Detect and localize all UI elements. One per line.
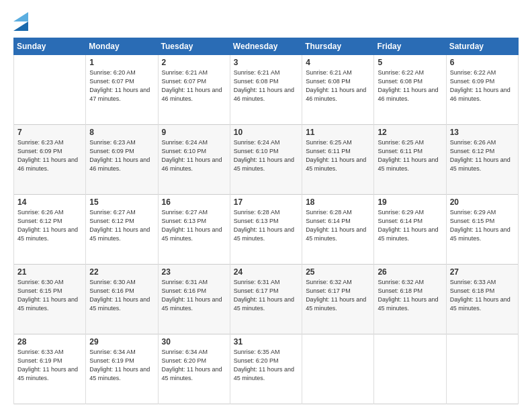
cell-info: Sunrise: 6:21 AM Sunset: 6:07 PM Dayligh…: [162, 68, 226, 103]
day-cell: 31Sunrise: 6:35 AM Sunset: 6:20 PM Dayli…: [230, 334, 302, 404]
cell-info: Sunrise: 6:21 AM Sunset: 6:08 PM Dayligh…: [234, 68, 298, 103]
day-number: 11: [306, 128, 370, 137]
day-number: 25: [306, 267, 370, 277]
header: [13, 12, 519, 31]
day-cell: 1Sunrise: 6:20 AM Sunset: 6:07 PM Daylig…: [86, 55, 158, 125]
day-number: 24: [234, 267, 298, 277]
day-number: 28: [17, 337, 82, 347]
day-cell: 25Sunrise: 6:32 AM Sunset: 6:17 PM Dayli…: [302, 265, 374, 334]
day-number: 23: [162, 267, 226, 277]
day-cell: 4Sunrise: 6:21 AM Sunset: 6:08 PM Daylig…: [302, 55, 374, 125]
day-cell: 30Sunrise: 6:34 AM Sunset: 6:20 PM Dayli…: [158, 334, 230, 404]
cell-info: Sunrise: 6:30 AM Sunset: 6:15 PM Dayligh…: [17, 278, 82, 313]
day-cell: [14, 55, 86, 125]
week-row-1: 1Sunrise: 6:20 AM Sunset: 6:07 PM Daylig…: [14, 55, 519, 125]
weekday-thursday: Thursday: [302, 38, 374, 55]
calendar-page: SundayMondayTuesdayWednesdayThursdayFrid…: [0, 0, 532, 411]
day-cell: 24Sunrise: 6:31 AM Sunset: 6:17 PM Dayli…: [230, 265, 302, 334]
day-cell: 29Sunrise: 6:34 AM Sunset: 6:19 PM Dayli…: [86, 334, 158, 404]
day-cell: 3Sunrise: 6:21 AM Sunset: 6:08 PM Daylig…: [230, 55, 302, 125]
weekday-saturday: Saturday: [446, 38, 518, 55]
day-cell: 14Sunrise: 6:26 AM Sunset: 6:12 PM Dayli…: [14, 195, 86, 265]
cell-info: Sunrise: 6:27 AM Sunset: 6:13 PM Dayligh…: [162, 208, 226, 243]
cell-info: Sunrise: 6:32 AM Sunset: 6:18 PM Dayligh…: [378, 278, 442, 313]
day-number: 4: [306, 58, 370, 67]
svg-marker-0: [13, 21, 28, 31]
cell-info: Sunrise: 6:27 AM Sunset: 6:12 PM Dayligh…: [89, 208, 154, 243]
week-row-4: 21Sunrise: 6:30 AM Sunset: 6:15 PM Dayli…: [14, 265, 519, 334]
day-number: 6: [450, 58, 515, 67]
day-number: 12: [378, 128, 442, 137]
day-cell: 8Sunrise: 6:23 AM Sunset: 6:09 PM Daylig…: [86, 125, 158, 195]
logo: [13, 12, 31, 31]
cell-info: Sunrise: 6:26 AM Sunset: 6:12 PM Dayligh…: [450, 138, 515, 173]
day-cell: 11Sunrise: 6:25 AM Sunset: 6:11 PM Dayli…: [302, 125, 374, 195]
cell-info: Sunrise: 6:24 AM Sunset: 6:10 PM Dayligh…: [162, 138, 226, 173]
weekday-monday: Monday: [86, 38, 158, 55]
day-cell: 28Sunrise: 6:33 AM Sunset: 6:19 PM Dayli…: [14, 334, 86, 404]
cell-info: Sunrise: 6:31 AM Sunset: 6:16 PM Dayligh…: [162, 278, 226, 313]
day-number: 31: [234, 337, 298, 347]
cell-info: Sunrise: 6:29 AM Sunset: 6:15 PM Dayligh…: [450, 208, 515, 243]
cell-info: Sunrise: 6:31 AM Sunset: 6:17 PM Dayligh…: [234, 278, 298, 313]
cell-info: Sunrise: 6:35 AM Sunset: 6:20 PM Dayligh…: [234, 348, 298, 383]
week-row-5: 28Sunrise: 6:33 AM Sunset: 6:19 PM Dayli…: [14, 334, 519, 404]
day-number: 21: [17, 267, 82, 277]
day-number: 9: [162, 128, 226, 137]
svg-marker-1: [13, 12, 28, 21]
cell-info: Sunrise: 6:25 AM Sunset: 6:11 PM Dayligh…: [378, 138, 442, 173]
day-cell: 12Sunrise: 6:25 AM Sunset: 6:11 PM Dayli…: [374, 125, 446, 195]
cell-info: Sunrise: 6:28 AM Sunset: 6:13 PM Dayligh…: [234, 208, 298, 243]
day-number: 2: [162, 58, 226, 67]
day-cell: 26Sunrise: 6:32 AM Sunset: 6:18 PM Dayli…: [374, 265, 446, 334]
day-number: 17: [234, 197, 298, 207]
day-number: 19: [378, 197, 442, 207]
day-cell: [374, 334, 446, 404]
day-cell: 23Sunrise: 6:31 AM Sunset: 6:16 PM Dayli…: [158, 265, 230, 334]
weekday-wednesday: Wednesday: [230, 38, 302, 55]
cell-info: Sunrise: 6:28 AM Sunset: 6:14 PM Dayligh…: [306, 208, 370, 243]
cell-info: Sunrise: 6:23 AM Sunset: 6:09 PM Dayligh…: [89, 138, 154, 173]
cell-info: Sunrise: 6:25 AM Sunset: 6:11 PM Dayligh…: [306, 138, 370, 173]
cell-info: Sunrise: 6:24 AM Sunset: 6:10 PM Dayligh…: [234, 138, 298, 173]
cell-info: Sunrise: 6:30 AM Sunset: 6:16 PM Dayligh…: [89, 278, 154, 313]
day-number: 16: [162, 197, 226, 207]
cell-info: Sunrise: 6:33 AM Sunset: 6:18 PM Dayligh…: [450, 278, 515, 313]
weekday-sunday: Sunday: [14, 38, 86, 55]
day-cell: [302, 334, 374, 404]
week-row-2: 7Sunrise: 6:23 AM Sunset: 6:09 PM Daylig…: [14, 125, 519, 195]
day-cell: 7Sunrise: 6:23 AM Sunset: 6:09 PM Daylig…: [14, 125, 86, 195]
day-number: 7: [17, 128, 82, 137]
weekday-header-row: SundayMondayTuesdayWednesdayThursdayFrid…: [14, 38, 519, 55]
calendar-table: SundayMondayTuesdayWednesdayThursdayFrid…: [13, 38, 519, 404]
day-number: 13: [450, 128, 515, 137]
cell-info: Sunrise: 6:32 AM Sunset: 6:17 PM Dayligh…: [306, 278, 370, 313]
day-cell: 17Sunrise: 6:28 AM Sunset: 6:13 PM Dayli…: [230, 195, 302, 265]
cell-info: Sunrise: 6:34 AM Sunset: 6:19 PM Dayligh…: [89, 348, 154, 383]
day-cell: 6Sunrise: 6:22 AM Sunset: 6:09 PM Daylig…: [446, 55, 518, 125]
day-cell: 10Sunrise: 6:24 AM Sunset: 6:10 PM Dayli…: [230, 125, 302, 195]
day-number: 8: [89, 128, 154, 137]
cell-info: Sunrise: 6:22 AM Sunset: 6:09 PM Dayligh…: [450, 68, 515, 103]
cell-info: Sunrise: 6:20 AM Sunset: 6:07 PM Dayligh…: [89, 68, 154, 103]
day-number: 14: [17, 197, 82, 207]
day-number: 20: [450, 197, 515, 207]
day-cell: 15Sunrise: 6:27 AM Sunset: 6:12 PM Dayli…: [86, 195, 158, 265]
cell-info: Sunrise: 6:34 AM Sunset: 6:20 PM Dayligh…: [162, 348, 226, 383]
day-cell: 20Sunrise: 6:29 AM Sunset: 6:15 PM Dayli…: [446, 195, 518, 265]
cell-info: Sunrise: 6:22 AM Sunset: 6:08 PM Dayligh…: [378, 68, 442, 103]
day-number: 27: [450, 267, 515, 277]
day-cell: 18Sunrise: 6:28 AM Sunset: 6:14 PM Dayli…: [302, 195, 374, 265]
logo-icon: [13, 12, 28, 31]
day-cell: 5Sunrise: 6:22 AM Sunset: 6:08 PM Daylig…: [374, 55, 446, 125]
day-cell: 16Sunrise: 6:27 AM Sunset: 6:13 PM Dayli…: [158, 195, 230, 265]
day-cell: 9Sunrise: 6:24 AM Sunset: 6:10 PM Daylig…: [158, 125, 230, 195]
day-number: 26: [378, 267, 442, 277]
day-cell: 22Sunrise: 6:30 AM Sunset: 6:16 PM Dayli…: [86, 265, 158, 334]
day-number: 29: [89, 337, 154, 347]
day-cell: 27Sunrise: 6:33 AM Sunset: 6:18 PM Dayli…: [446, 265, 518, 334]
cell-info: Sunrise: 6:29 AM Sunset: 6:14 PM Dayligh…: [378, 208, 442, 243]
day-cell: 2Sunrise: 6:21 AM Sunset: 6:07 PM Daylig…: [158, 55, 230, 125]
cell-info: Sunrise: 6:23 AM Sunset: 6:09 PM Dayligh…: [17, 138, 82, 173]
cell-info: Sunrise: 6:33 AM Sunset: 6:19 PM Dayligh…: [17, 348, 82, 383]
